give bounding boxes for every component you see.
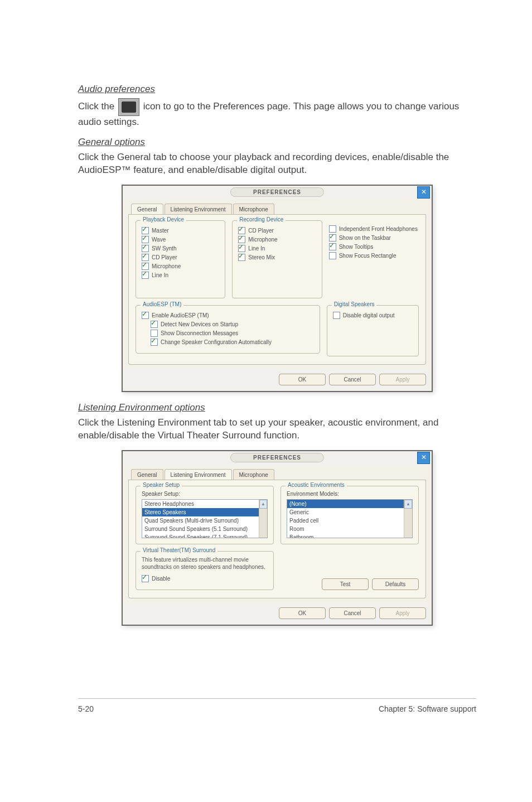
speaker-setup-listbox[interactable]: Stereo HeadphonesStereo SpeakersQuad Spe… [142,499,268,538]
option-show-focus-rectangle-label: Show Focus Rectangle [339,253,396,259]
playback-sw-synth-checkbox[interactable]: SW Synth [142,245,219,252]
scroll-up-icon[interactable]: ▲ [404,500,412,509]
speaker-setup-option[interactable]: Stereo Speakers [142,508,267,516]
page-number: 5-20 [78,704,94,713]
digital-disable-digital-output-label: Disable digital output [343,312,395,318]
checkbox-icon [238,245,245,252]
environment-model-option[interactable]: Generic [287,508,412,516]
general-options-body: Click the General tab to choose your pla… [78,151,476,177]
dialog-button-bar: OK Cancel Apply [123,369,432,391]
tab-bar: General Listening Environment Microphone [128,204,426,215]
audioesp-enable-audioesp-tm-label: Enable AudioESP (TM) [152,312,209,318]
playback-line-in-label: Line In [152,272,168,278]
dialog-titlebar: PREFERENCES ✕ [123,451,432,465]
checkbox-icon [333,312,340,319]
audioesp-enable-audioesp-tm-checkbox[interactable]: Enable AudioESP (TM) [142,312,314,319]
environment-model-option[interactable]: Padded cell [287,516,412,525]
checkbox-icon [142,312,149,319]
recording-stereo-mix-checkbox[interactable]: Stereo Mix [238,254,316,261]
virtual-theater-legend: Virtual Theater(TM) Surround [141,547,217,553]
apply-button[interactable]: Apply [379,374,426,385]
environment-models-listbox[interactable]: (None)GenericPadded cellRoomBathroom ▲ [287,499,413,538]
tab-bar: General Listening Environment Microphone [128,469,426,480]
environment-model-option[interactable]: Bathroom [287,533,412,538]
acoustic-environments-group: Acoustic Environments Environment Models… [280,486,419,544]
digital-disable-digital-output-checkbox[interactable]: Disable digital output [333,312,413,319]
speaker-setup-option[interactable]: Stereo Headphones [142,500,267,508]
ok-button[interactable]: OK [279,607,326,619]
playback-master-label: Master [152,228,169,234]
playback-wave-label: Wave [152,236,166,243]
option-show-focus-rectangle-checkbox[interactable]: Show Focus Rectangle [329,252,419,259]
scrollbar[interactable]: ▲ [259,500,267,538]
recording-device-legend: Recording Device [237,216,286,223]
close-icon[interactable]: ✕ [417,186,430,199]
apply-button[interactable]: Apply [379,607,426,619]
checkbox-icon [329,243,336,250]
checkbox-icon [151,321,158,328]
recording-microphone-checkbox[interactable]: Microphone [238,236,316,243]
virtual-theater-disable-checkbox[interactable]: Disable [142,575,268,582]
checkbox-icon [329,252,336,259]
playback-wave-checkbox[interactable]: Wave [142,236,219,243]
dialog-titlebar: PREFERENCES ✕ [123,186,432,199]
environment-model-option[interactable]: (None) [287,500,412,508]
tab-listening-environment[interactable]: Listening Environment [165,469,232,480]
playback-cd-player-checkbox[interactable]: CD Player [142,254,219,261]
audioesp-show-disconnection-messages-checkbox[interactable]: Show Disconnection Messages [151,330,314,337]
speaker-setup-option[interactable]: Surround Sound Speakers (7.1 Surround) [142,533,267,538]
tab-general[interactable]: General [131,204,163,214]
playback-microphone-checkbox[interactable]: Microphone [142,263,219,270]
audioesp-legend: AudioESP (TM) [141,301,183,307]
checkbox-icon [238,254,245,261]
digital-speakers-group: Digital Speakers Disable digital output [327,305,419,356]
tab-listening-environment[interactable]: Listening Environment [165,204,232,214]
audioesp-change-speaker-configuration-automatically-checkbox[interactable]: Change Speaker Configuration Automatical… [151,339,314,346]
close-icon[interactable]: ✕ [417,452,430,464]
scroll-up-icon[interactable]: ▲ [259,500,267,509]
tab-microphone[interactable]: Microphone [233,469,274,480]
cancel-button[interactable]: Cancel [329,607,376,619]
tab-microphone[interactable]: Microphone [233,204,274,214]
page: Audio preferences Click the icon to go t… [0,0,532,736]
tab-general[interactable]: General [131,469,163,480]
recording-cd-player-label: CD Player [248,228,274,234]
virtual-theater-desc: This feature virtualizes multi-channel m… [142,556,268,571]
checkbox-icon [329,225,336,233]
option-show-tooltips-label: Show Tooltips [339,244,374,250]
recording-line-in-checkbox[interactable]: Line In [238,245,316,252]
checkbox-icon [142,263,149,270]
option-show-tooltips-checkbox[interactable]: Show Tooltips [329,243,419,250]
environment-model-option[interactable]: Room [287,525,412,533]
checkbox-icon [142,254,149,261]
audioesp-detect-new-devices-on-startup-checkbox[interactable]: Detect New Devices on Startup [151,321,314,328]
ok-button[interactable]: OK [279,374,326,385]
recording-microphone-label: Microphone [248,236,277,243]
option-independent-front-headphones-checkbox[interactable]: Independent Front Headphones [329,225,419,233]
chapter-label: Chapter 5: Software support [379,704,476,713]
recording-cd-player-checkbox[interactable]: CD Player [238,227,316,234]
checkbox-icon [329,234,336,241]
listening-environment-body: Click the Listening Environment tab to s… [78,417,476,442]
defaults-button[interactable]: Defaults [372,578,419,590]
option-show-on-the-taskbar-checkbox[interactable]: Show on the Taskbar [329,234,419,241]
playback-cd-player-label: CD Player [152,254,177,260]
cancel-button[interactable]: Cancel [329,374,376,385]
virtual-theater-disable-label: Disable [152,576,170,582]
audio-pref-body-pre: Click the [78,101,117,112]
playback-line-in-checkbox[interactable]: Line In [142,272,219,279]
checkbox-icon [142,236,149,243]
scrollbar[interactable]: ▲ [404,500,412,538]
recording-device-group: Recording Device CD PlayerMicrophoneLine… [232,220,322,298]
dialog-title: PREFERENCES [230,453,324,462]
recording-line-in-label: Line In [248,245,265,252]
environment-models-label: Environment Models: [287,491,413,497]
speaker-setup-option[interactable]: Quad Speakers (Multi-drive Surround) [142,516,267,525]
audioesp-group: AudioESP (TM) Enable AudioESP (TM)Detect… [136,305,320,354]
test-button[interactable]: Test [322,578,369,590]
audioesp-detect-new-devices-on-startup-label: Detect New Devices on Startup [161,321,238,327]
speaker-setup-option[interactable]: Surround Sound Speakers (5.1 Surround) [142,525,267,533]
playback-master-checkbox[interactable]: Master [142,227,219,234]
audioesp-change-speaker-configuration-automatically-label: Change Speaker Configuration Automatical… [161,339,272,345]
checkbox-icon [238,227,245,234]
